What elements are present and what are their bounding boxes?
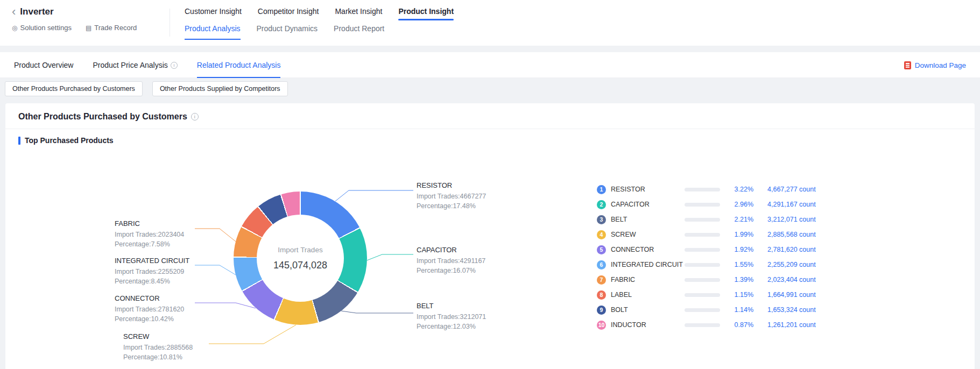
rank-row-fabric[interactable]: 7FABRIC1.39%2,023,404 count [597,272,850,287]
rank-bar [685,308,720,312]
rank-row-screw[interactable]: 4SCREW1.99%2,885,568 count [597,227,850,242]
callout-percentage: Percentage:7.58% [115,239,206,249]
rank-percent: 1.15% [720,291,753,299]
page-title: Inverter [20,6,53,17]
page-tabs: Product OverviewProduct Price AnalysisiR… [14,52,280,78]
tab-product-analysis[interactable]: Product Analysis [185,24,241,40]
callout-name: CAPACITOR [417,246,508,254]
insight-tabs: Customer InsightCompetitor InsightMarket… [185,0,454,20]
rank-name: BELT [611,216,685,223]
rank-count: 2,023,404 count [767,276,816,283]
rank-bar [685,233,720,237]
rank-badge: 6 [597,260,606,269]
callout-import-trades: Import Trades:3212071 [417,312,508,322]
rank-percent: 1.55% [720,261,753,268]
tab-related-product-analysis[interactable]: Related Product Analysis [197,52,281,78]
rank-badge: 9 [597,306,606,315]
rank-name: RESISTOR [611,186,685,193]
donut-center-value: 145,074,028 [273,260,327,271]
rank-count: 2,781,620 count [767,246,816,253]
trade-record-link[interactable]: ▤ Trade Record [86,24,137,32]
tab-market-insight[interactable]: Market Insight [335,7,382,20]
rank-count: 2,255,209 count [767,261,816,268]
donut-chart[interactable]: Import Trades 145,074,028 [234,191,367,325]
rank-count: 3,212,071 count [767,216,816,223]
rank-count: 4,291,167 count [767,201,816,208]
rank-name: INTEGRATED CIRCUIT [611,261,685,268]
callout-import-trades: Import Trades:4667277 [417,191,508,201]
leader-line-resistor [335,190,413,201]
rank-row-bolt[interactable]: 9BOLT1.14%1,653,324 count [597,302,850,317]
rank-row-capacitor[interactable]: 2CAPACITOR2.96%4,291,167 count [597,197,850,212]
content-card: Other Products Purchased by Customers i … [5,103,975,369]
callout-name: BELT [417,302,508,310]
rank-bar [685,263,720,267]
info-icon: i [171,62,178,69]
rank-percent: 0.87% [720,321,753,329]
callout-capacitor: CAPACITORImport Trades:4291167Percentage… [417,246,508,275]
donut-center: Import Trades 145,074,028 [257,215,344,302]
tab-competitor-insight[interactable]: Competitor Insight [258,7,319,20]
back-icon[interactable]: ‹ [12,7,16,17]
tab-customer-insight[interactable]: Customer Insight [185,7,242,20]
donut-center-label: Import Trades [278,246,322,254]
info-icon[interactable]: i [191,113,199,120]
rank-percent: 1.99% [720,231,753,238]
solution-settings-label: Solution settings [20,24,71,32]
rank-badge: 7 [597,275,606,285]
callout-import-trades: Import Trades:4291167 [417,256,508,266]
callout-percentage: Percentage:10.42% [115,314,206,324]
rank-percent: 2.96% [720,201,753,208]
rank-percent: 1.14% [720,306,753,314]
rank-row-connector[interactable]: 5CONNECTOR1.92%2,781,620 count [597,242,850,257]
callout-percentage: Percentage:16.07% [417,266,508,275]
callout-belt: BELTImport Trades:3212071Percentage:12.0… [417,302,508,331]
chip-other-products-supplied-by-competitors[interactable]: Other Products Supplied by Competitors [152,81,288,96]
rank-name: INDUCTOR [611,321,685,329]
rank-row-belt[interactable]: 3BELT2.21%3,212,071 count [597,212,850,227]
card-divider [5,129,975,129]
callout-name: SCREW [123,332,215,340]
rank-count: 4,667,277 count [767,186,816,193]
rank-bar [685,203,720,207]
rank-badge: 10 [597,321,606,330]
rank-row-inductor[interactable]: 10INDUCTOR0.87%1,261,201 count [597,317,850,332]
header-divider [170,9,170,37]
rank-count: 1,653,324 count [767,306,816,314]
solution-settings-link[interactable]: ◎ Solution settings [12,24,72,32]
callout-name: CONNECTOR [115,294,206,302]
callout-name: FABRIC [115,219,206,228]
rank-row-resistor[interactable]: 1RESISTOR3.22%4,667,277 count [597,182,850,197]
download-page-label: Download Page [915,61,966,69]
rank-badge: 5 [597,245,606,254]
chip-other-products-purchased-by-customers[interactable]: Other Products Purchased by Customers [5,81,143,96]
download-page-button[interactable]: Download Page [904,52,966,78]
callout-name: INTEGRATED CIRCUIT [115,257,206,265]
rank-badge: 4 [597,230,606,239]
rank-name: FABRIC [611,276,685,283]
rank-percent: 1.92% [720,246,753,253]
callout-connector: CONNECTORImport Trades:2781620Percentage… [115,294,206,324]
callout-import-trades: Import Trades:2023404 [115,230,206,239]
rank-badge: 2 [597,200,606,209]
rank-count: 1,261,201 count [767,321,816,329]
filter-chips: Other Products Purchased by CustomersOth… [5,81,288,96]
callout-import-trades: Import Trades:2885568 [123,343,215,352]
rank-badge: 1 [597,185,606,194]
rank-bar [685,278,720,282]
rank-percent: 1.39% [720,276,753,283]
rank-bar [685,293,720,297]
section-marker [18,137,20,145]
rank-row-integrated-circuit[interactable]: 6INTEGRATED CIRCUIT1.55%2,255,209 count [597,257,850,272]
callout-percentage: Percentage:10.81% [123,352,215,362]
settings-icon: ◎ [12,24,17,32]
tab-product-dynamics[interactable]: Product Dynamics [257,24,318,40]
rank-percent: 3.22% [720,186,753,193]
rank-row-label[interactable]: 8LABEL1.15%1,664,991 count [597,287,850,302]
tab-product-overview[interactable]: Product Overview [14,52,73,78]
tab-product-report[interactable]: Product Report [334,24,384,40]
tab-product-price-analysis[interactable]: Product Price Analysisi [93,52,177,78]
card-title: Other Products Purchased by Customers [18,112,187,122]
tab-product-insight[interactable]: Product Insight [398,7,454,20]
callout-percentage: Percentage:17.48% [417,201,508,211]
